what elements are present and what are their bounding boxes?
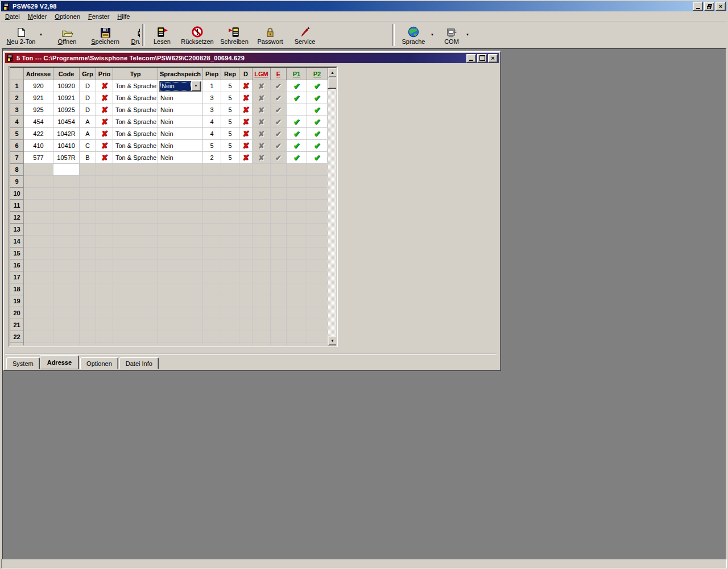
grid-cell-p2[interactable] <box>307 248 328 259</box>
grid-cell-d[interactable] <box>239 271 253 283</box>
grid-cell-rep[interactable] <box>221 224 239 236</box>
grid-cell-adresse[interactable]: 921 <box>24 92 53 104</box>
grid-cell-rep[interactable] <box>221 343 239 346</box>
dropdown-arrow-icon[interactable]: ▼ <box>429 23 436 47</box>
grid-cell-piep[interactable] <box>203 236 221 248</box>
toolbar-button-speichern[interactable]: Speichern <box>88 23 123 47</box>
toolbar-button-com[interactable]: COM <box>439 23 464 47</box>
grid-cell-prio[interactable]: ✘ <box>96 128 113 140</box>
grid-cell-rep[interactable]: 5 <box>221 80 239 92</box>
grid-cell-code[interactable] <box>53 236 80 248</box>
grid-cell-typ[interactable] <box>113 164 158 176</box>
grid-cell-grp[interactable] <box>80 295 96 307</box>
grid-cell-adresse[interactable] <box>24 164 53 176</box>
grid-cell-sprach[interactable] <box>158 283 203 295</box>
grid-cell-p1[interactable] <box>287 200 307 212</box>
grid-cell-piep[interactable]: 3 <box>203 104 221 116</box>
grid-cell-lgm[interactable] <box>253 283 271 295</box>
grid-cell-code[interactable] <box>53 331 80 343</box>
grid-cell-typ[interactable] <box>113 236 158 248</box>
toolbar-button-ffnen[interactable]: Öffnen <box>51 23 83 47</box>
grid-cell-grp[interactable] <box>80 343 96 346</box>
grid-cell-typ[interactable] <box>113 319 158 331</box>
menu-item-melder[interactable]: Melder <box>24 13 51 20</box>
grid-cell-typ[interactable]: Ton & Sprache <box>113 80 158 92</box>
grid-cell-p2[interactable] <box>307 343 328 346</box>
grid-cell-piep[interactable] <box>203 271 221 283</box>
grid-cell-sprach[interactable]: Nein <box>158 128 203 140</box>
grid-cell-prio[interactable] <box>96 164 113 176</box>
tab-system[interactable]: System <box>6 357 40 369</box>
grid-cell-p1[interactable] <box>287 188 307 200</box>
grid-cell-prio[interactable]: ✘ <box>96 152 113 164</box>
grid-cell-lgm[interactable]: ✘ <box>253 152 271 164</box>
grid-cell-e[interactable] <box>271 236 287 248</box>
grid-cell-code[interactable] <box>53 200 80 212</box>
grid-cell-e[interactable] <box>271 319 287 331</box>
menu-item-fenster[interactable]: Fenster <box>84 13 113 20</box>
tab-adresse[interactable]: Adresse <box>40 355 79 369</box>
grid-cell-lgm[interactable] <box>253 176 271 188</box>
grid-cell-piep[interactable]: 1 <box>203 80 221 92</box>
grid-cell-code[interactable] <box>53 343 80 346</box>
grid-cell-sprach[interactable] <box>158 248 203 259</box>
grid-cell-rep[interactable] <box>221 164 239 176</box>
grid-cell-p1[interactable]: ✔ <box>287 140 307 152</box>
grid-cell-rep[interactable]: 5 <box>221 92 239 104</box>
grid-cell-code[interactable]: 10921 <box>53 92 80 104</box>
grid-cell-sprach[interactable] <box>158 224 203 236</box>
grid-cell-typ[interactable] <box>113 307 158 319</box>
grid-cell-prio[interactable] <box>96 307 113 319</box>
grid-cell-grp[interactable]: D <box>80 92 96 104</box>
grid-cell-grp[interactable] <box>80 164 96 176</box>
grid-cell-code[interactable]: 1057R <box>53 152 80 164</box>
grid-cell-grp[interactable]: D <box>80 80 96 92</box>
grid-cell-piep[interactable] <box>203 248 221 259</box>
grid-cell-prio[interactable] <box>96 176 113 188</box>
dropdown-arrow-icon[interactable]: ▼ <box>464 23 471 47</box>
grid-cell-code[interactable] <box>53 212 80 224</box>
grid-cell-lgm[interactable]: ✘ <box>253 80 271 92</box>
grid-cell-sprach[interactable] <box>158 319 203 331</box>
grid-cell-prio[interactable] <box>96 248 113 259</box>
grid-cell-rep[interactable] <box>221 212 239 224</box>
restore-button[interactable] <box>704 2 714 11</box>
grid-cell-code[interactable]: 1042R <box>53 128 80 140</box>
grid-cell-rep[interactable] <box>221 331 239 343</box>
grid-cell-lgm[interactable] <box>253 248 271 259</box>
grid-cell-typ[interactable] <box>113 343 158 346</box>
grid-cell-piep[interactable] <box>203 212 221 224</box>
grid-cell-rep[interactable] <box>221 188 239 200</box>
grid-cell-typ[interactable]: Ton & Sprache <box>113 116 158 128</box>
grid-cell-code[interactable] <box>53 319 80 331</box>
grid-cell-piep[interactable] <box>203 295 221 307</box>
grid-cell-p1[interactable] <box>287 176 307 188</box>
grid-cell-adresse[interactable]: 422 <box>24 128 53 140</box>
grid-cell-sprach[interactable] <box>158 212 203 224</box>
grid-cell-d[interactable]: ✘ <box>239 104 253 116</box>
scroll-up-button[interactable]: ▲ <box>328 68 337 77</box>
grid-cell-prio[interactable]: ✘ <box>96 80 113 92</box>
grid-cell-typ[interactable]: Ton & Sprache <box>113 92 158 104</box>
grid-cell-prio[interactable] <box>96 331 113 343</box>
grid-cell-typ[interactable]: Ton & Sprache <box>113 152 158 164</box>
grid-cell-p1[interactable] <box>287 212 307 224</box>
grid-cell-p1[interactable] <box>287 259 307 271</box>
grid-cell-piep[interactable] <box>203 319 221 331</box>
grid-cell-p2[interactable] <box>307 259 328 271</box>
grid-cell-lgm[interactable] <box>253 188 271 200</box>
document-minimize-button[interactable] <box>466 54 476 63</box>
grid-cell-rep[interactable] <box>221 295 239 307</box>
grid-cell-e[interactable] <box>271 164 287 176</box>
grid-cell-lgm[interactable] <box>253 295 271 307</box>
grid-cell-grp[interactable] <box>80 259 96 271</box>
grid-cell-sprach[interactable] <box>158 295 203 307</box>
grid-cell-grp[interactable] <box>80 331 96 343</box>
grid-cell-adresse[interactable] <box>24 295 53 307</box>
grid-cell-d[interactable]: ✘ <box>239 152 253 164</box>
grid-cell-d[interactable]: ✘ <box>239 128 253 140</box>
menu-item-optionen[interactable]: Optionen <box>51 13 84 20</box>
grid-cell-typ[interactable] <box>113 224 158 236</box>
grid-cell-sprach[interactable] <box>158 176 203 188</box>
grid-cell-rep[interactable] <box>221 319 239 331</box>
